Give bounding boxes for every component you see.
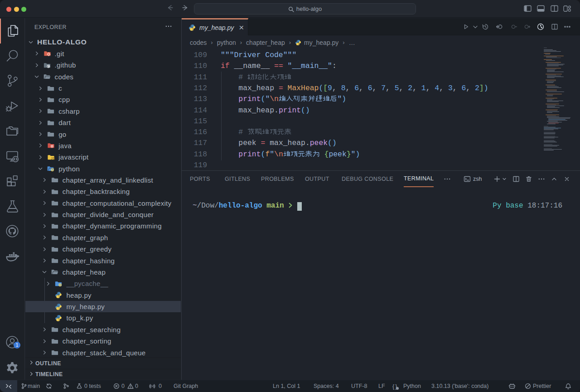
svg-text:JS: JS [51,157,55,160]
